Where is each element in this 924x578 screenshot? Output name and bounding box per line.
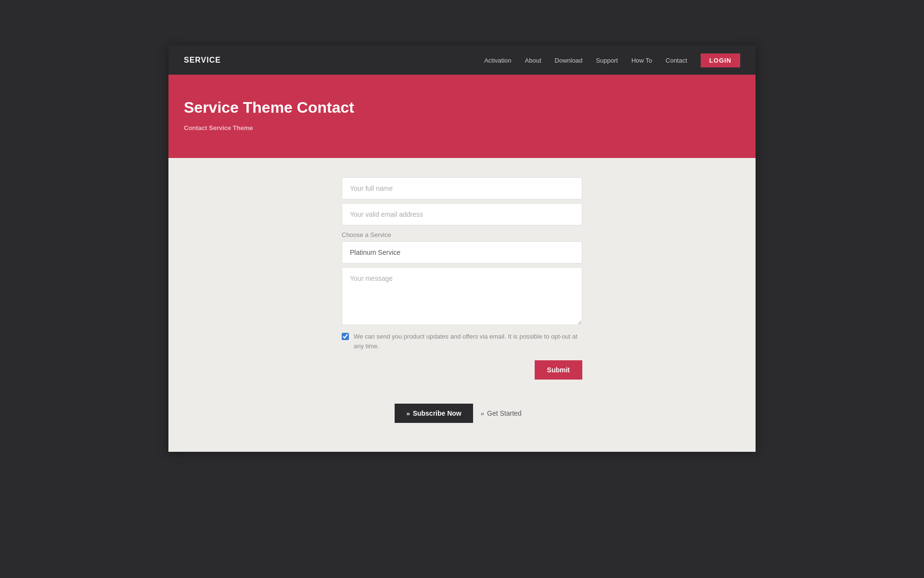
page-title: Service Theme Contact bbox=[184, 99, 740, 117]
email-input[interactable] bbox=[342, 203, 582, 225]
get-started-label: Get Started bbox=[487, 409, 522, 417]
hero-section: Service Theme Contact Contact Service Th… bbox=[168, 75, 756, 158]
nav-download[interactable]: Download bbox=[555, 57, 583, 64]
submit-button[interactable]: Submit bbox=[535, 360, 582, 380]
brand-logo: SERVICE bbox=[184, 56, 221, 65]
login-button[interactable]: LOGIN bbox=[701, 53, 740, 67]
checkbox-row: We can send you product updates and offe… bbox=[342, 332, 582, 351]
subscribe-label: Subscribe Now bbox=[413, 409, 462, 417]
navbar: SERVICE Activation About Download Suppor… bbox=[168, 46, 756, 75]
subscribe-chevron-icon: » bbox=[406, 410, 410, 417]
checkbox-label: We can send you product updates and offe… bbox=[354, 332, 582, 351]
footer-buttons: » Subscribe Now » Get Started bbox=[395, 404, 529, 423]
contact-form: Choose a Service Platinum Service Gold S… bbox=[342, 177, 582, 380]
nav-contact[interactable]: Contact bbox=[666, 57, 687, 64]
content-section: Choose a Service Platinum Service Gold S… bbox=[168, 158, 756, 452]
nav-links: Activation About Download Support How To… bbox=[484, 53, 740, 67]
service-select[interactable]: Platinum Service Gold Service Silver Ser… bbox=[342, 241, 582, 263]
service-label: Choose a Service bbox=[342, 231, 582, 238]
get-started-chevron-icon: » bbox=[481, 410, 484, 417]
submit-row: Submit bbox=[342, 360, 582, 380]
nav-how-to[interactable]: How To bbox=[631, 57, 652, 64]
subscribe-button[interactable]: » Subscribe Now bbox=[395, 404, 473, 423]
email-opt-in-checkbox[interactable] bbox=[342, 333, 349, 340]
nav-support[interactable]: Support bbox=[596, 57, 618, 64]
message-textarea[interactable] bbox=[342, 267, 582, 325]
nav-about[interactable]: About bbox=[525, 57, 541, 64]
page-subtitle: Contact Service Theme bbox=[184, 124, 740, 131]
name-input[interactable] bbox=[342, 177, 582, 199]
get-started-button[interactable]: » Get Started bbox=[473, 404, 529, 423]
nav-activation[interactable]: Activation bbox=[484, 57, 511, 64]
